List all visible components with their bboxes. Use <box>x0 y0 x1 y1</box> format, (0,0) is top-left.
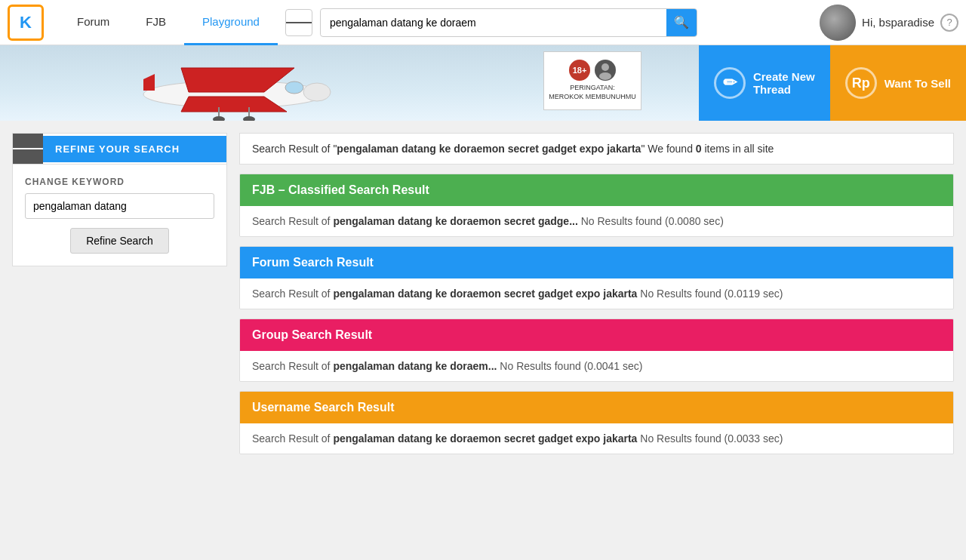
sidebar: REFINE YOUR SEARCH CHANGE KEYWORD Refine… <box>12 133 227 463</box>
age-badge: 18+ <box>569 60 590 81</box>
count-suffix: items in all site <box>702 143 774 155</box>
warning-text: PERINGATAN:MEROKOK MEMBUNUHMU <box>549 84 636 101</box>
nav-links: Forum FJB Playground <box>59 0 278 45</box>
create-thread-button[interactable]: ✏ Create New Thread <box>699 45 830 121</box>
header-right: Hi, bsparadise ? <box>820 5 958 41</box>
search-input[interactable] <box>321 11 666 35</box>
fjb-query: pengalaman datang ke doraemon secret gad… <box>333 215 577 227</box>
svg-point-5 <box>285 82 303 94</box>
forum-section: Forum Search Result Search Result of pen… <box>239 246 954 309</box>
logo[interactable]: K <box>8 5 44 41</box>
svg-point-1 <box>303 83 331 101</box>
action-buttons: ✏ Create New Thread Rp Want To Sell <box>699 45 966 121</box>
svg-point-7 <box>213 116 225 121</box>
results-area: Search Result of "pengalaman datang ke d… <box>239 133 954 463</box>
group-section: Group Search Result Search Result of pen… <box>239 318 954 382</box>
group-section-body: Search Result of pengalaman datang ke do… <box>240 351 953 381</box>
forum-query: pengalaman datang ke doraemon secret gad… <box>333 288 637 300</box>
create-thread-icon: ✏ <box>714 67 746 99</box>
want-to-sell-button[interactable]: Rp Want To Sell <box>830 45 966 121</box>
result-count: 0 <box>696 143 702 155</box>
username-body-prefix: Search Result of <box>252 432 333 445</box>
hamburger-menu[interactable] <box>285 9 312 36</box>
avatar <box>820 5 856 41</box>
search-box: 🔍 <box>320 8 697 37</box>
sidebar-body: CHANGE KEYWORD Refine Search <box>12 165 227 266</box>
plane-illustration <box>113 53 355 121</box>
forum-body-suffix: No Results found (0.0119 sec) <box>637 288 783 300</box>
header: K Forum FJB Playground 🔍 Hi, bsparadise … <box>0 0 966 45</box>
result-summary: Search Result of "pengalaman datang ke d… <box>239 133 954 165</box>
nav-fjb[interactable]: FJB <box>128 0 184 45</box>
fjb-section-header: FJB – Classified Search Result <box>240 174 953 206</box>
refine-toggle[interactable] <box>13 134 43 164</box>
fjb-section-body: Search Result of pengalaman datang ke do… <box>240 206 953 236</box>
fjb-body-prefix: Search Result of <box>252 215 333 227</box>
group-body-prefix: Search Result of <box>252 360 333 372</box>
group-section-header: Group Search Result <box>240 319 953 351</box>
nav-playground[interactable]: Playground <box>184 0 278 45</box>
refine-search-button[interactable]: Refine Search <box>70 228 169 254</box>
refine-label: REFINE YOUR SEARCH <box>43 136 226 162</box>
username-section-body: Search Result of pengalaman datang ke do… <box>240 423 953 454</box>
group-query: pengalaman datang ke doraem... <box>333 360 497 372</box>
summary-prefix: Search Result of " <box>252 143 337 155</box>
summary-suffix: " We found <box>641 143 695 155</box>
forum-body-prefix: Search Result of <box>252 288 333 300</box>
fjb-body-suffix: No Results found (0.0080 sec) <box>578 215 724 227</box>
warning-box: 18+ PERINGATAN:MEROKOK MEMBUNUHMU <box>543 51 641 110</box>
username-section-header: Username Search Result <box>240 392 953 423</box>
forum-section-header: Forum Search Result <box>240 247 953 278</box>
banner: 18+ PERINGATAN:MEROKOK MEMBUNUHMU ✏ Crea… <box>0 45 966 121</box>
nav-forum[interactable]: Forum <box>59 0 128 45</box>
svg-marker-4 <box>143 74 155 91</box>
search-icon: 🔍 <box>674 15 689 29</box>
create-thread-label: Create New Thread <box>753 70 815 96</box>
forum-section-body: Search Result of pengalaman datang ke do… <box>240 278 953 309</box>
search-query: pengalaman datang ke doraemon secret gad… <box>337 143 641 155</box>
username-body-suffix: No Results found (0.0033 sec) <box>637 432 783 445</box>
search-button[interactable]: 🔍 <box>666 9 697 36</box>
want-to-sell-icon: Rp <box>845 67 877 99</box>
fjb-section: FJB – Classified Search Result Search Re… <box>239 174 954 237</box>
keyword-input[interactable] <box>25 193 214 219</box>
username-section: Username Search Result Search Result of … <box>239 391 954 454</box>
svg-point-10 <box>601 63 609 71</box>
group-body-suffix: No Results found (0.0041 sec) <box>497 360 642 372</box>
person-icon <box>595 60 616 81</box>
svg-point-11 <box>599 72 611 80</box>
logo-text: K <box>20 13 32 32</box>
change-keyword-label: CHANGE KEYWORD <box>25 177 214 187</box>
help-icon[interactable]: ? <box>940 14 958 32</box>
username-query: pengalaman datang ke doraemon secret gad… <box>333 432 637 445</box>
refine-header: REFINE YOUR SEARCH <box>12 133 227 165</box>
user-greeting: Hi, bsparadise <box>862 16 934 29</box>
main-content: REFINE YOUR SEARCH CHANGE KEYWORD Refine… <box>0 121 966 475</box>
want-to-sell-label: Want To Sell <box>884 77 951 90</box>
svg-point-9 <box>243 116 255 121</box>
